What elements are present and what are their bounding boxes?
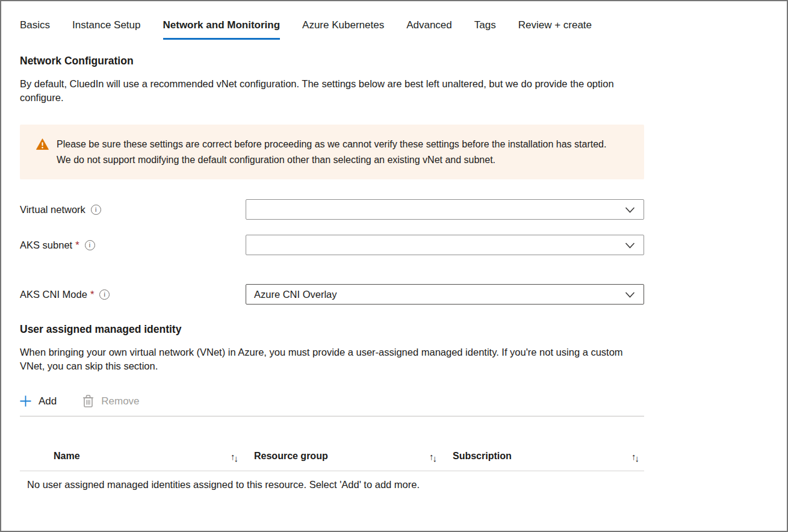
aks-cni-mode-dropdown[interactable]: Azure CNI Overlay — [246, 284, 644, 305]
chevron-down-icon — [625, 206, 635, 214]
wizard-tab-bar: Basics Instance Setup Network and Monito… — [20, 19, 787, 40]
identity-table-header: Name ↑↓ Resource group ↑↓ Subscription ↑… — [20, 451, 644, 471]
warning-banner: Please be sure these settings are correc… — [20, 125, 644, 179]
tab-instance-setup[interactable]: Instance Setup — [72, 19, 140, 40]
remove-button-label: Remove — [101, 395, 139, 407]
add-button-label: Add — [39, 395, 57, 407]
identity-section-title: User assigned managed identity — [20, 323, 787, 336]
tab-network-and-monitoring[interactable]: Network and Monitoring — [163, 19, 281, 40]
network-configuration-description: By default, CluedIn will use a recommend… — [20, 77, 631, 105]
tab-advanced[interactable]: Advanced — [406, 19, 452, 40]
trash-icon — [82, 395, 94, 407]
chevron-down-icon — [625, 242, 635, 249]
plus-icon — [20, 395, 31, 407]
virtual-network-label-text: Virtual network — [20, 204, 85, 215]
info-icon[interactable]: i — [99, 289, 110, 300]
table-empty-message: No user assigned managed identities assi… — [27, 479, 787, 490]
remove-button[interactable]: Remove — [82, 395, 139, 407]
chevron-down-icon — [625, 291, 635, 298]
tab-tags[interactable]: Tags — [474, 19, 496, 40]
aks-subnet-dropdown[interactable] — [246, 235, 644, 255]
column-label: Subscription — [453, 451, 512, 462]
toolbar-divider — [20, 416, 644, 416]
aks-cni-mode-row: AKS CNI Mode * i Azure CNI Overlay — [20, 284, 787, 305]
tab-azure-kubernetes[interactable]: Azure Kubernetes — [302, 19, 384, 40]
sort-icon: ↑↓ — [231, 451, 237, 462]
info-icon[interactable]: i — [85, 240, 95, 250]
aks-cni-mode-value: Azure CNI Overlay — [254, 289, 337, 300]
sort-icon: ↑↓ — [631, 451, 638, 462]
create-resource-wizard: Basics Instance Setup Network and Monito… — [0, 0, 788, 532]
identity-toolbar: Add Remove — [20, 395, 787, 407]
aks-subnet-label-text: AKS subnet — [20, 240, 72, 251]
required-marker: * — [90, 289, 94, 300]
virtual-network-dropdown[interactable] — [246, 199, 644, 220]
aks-cni-mode-label-text: AKS CNI Mode — [20, 289, 87, 300]
aks-subnet-row: AKS subnet * i — [20, 235, 787, 255]
aks-subnet-label: AKS subnet * i — [20, 240, 246, 251]
column-header-subscription[interactable]: Subscription ↑↓ — [453, 451, 644, 462]
virtual-network-row: Virtual network i — [20, 199, 787, 220]
column-label: Resource group — [254, 451, 328, 462]
required-marker: * — [75, 240, 79, 251]
warning-message: Please be sure these settings are correc… — [57, 137, 616, 168]
virtual-network-label: Virtual network i — [20, 204, 246, 215]
sort-icon: ↑↓ — [429, 451, 436, 462]
column-label: Name — [54, 451, 80, 462]
column-header-name[interactable]: Name ↑↓ — [54, 451, 254, 462]
aks-cni-mode-label: AKS CNI Mode * i — [20, 289, 246, 300]
tab-basics[interactable]: Basics — [20, 19, 50, 40]
add-button[interactable]: Add — [20, 395, 57, 407]
network-configuration-title: Network Configuration — [20, 55, 787, 67]
info-icon[interactable]: i — [91, 205, 101, 215]
column-header-resource-group[interactable]: Resource group ↑↓ — [254, 451, 453, 462]
tab-review-create[interactable]: Review + create — [518, 19, 592, 40]
warning-icon — [36, 138, 49, 150]
identity-section-description: When bringing your own virtual network (… — [20, 345, 631, 373]
